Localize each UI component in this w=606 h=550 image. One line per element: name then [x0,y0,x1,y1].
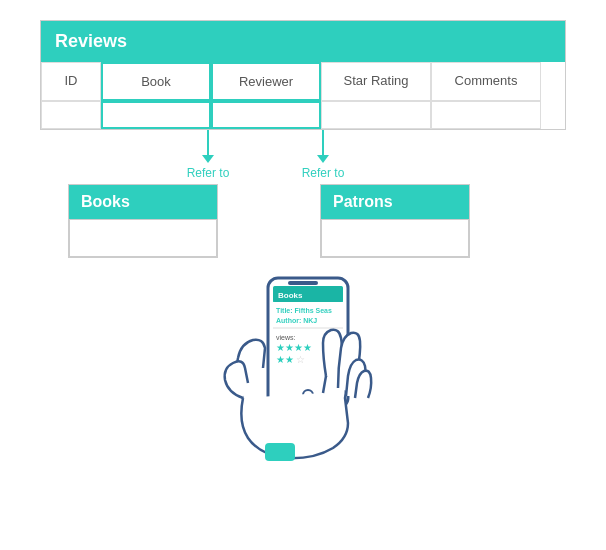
col-reviewer: Reviewer [211,62,321,101]
hand-phone-illustration: Books Title: Fifths Seas Author: NKJ vie… [183,268,423,468]
svg-text:☆: ☆ [296,354,305,365]
svg-text:Author: NKJ: Author: NKJ [276,317,317,324]
books-table: Books [68,184,218,258]
reviewer-arrow-group: Refer to [248,130,398,180]
svg-rect-14 [265,443,295,461]
book-refer-to-label: Refer to [187,166,230,180]
book-arrow-line [207,130,209,155]
col-star-rating: Star Rating [321,62,431,101]
patrons-table: Patrons [320,184,470,258]
phone-illustration-section: Books Title: Fifths Seas Author: NKJ vie… [40,268,566,468]
reviews-table: Reviews ID Book Reviewer Star Rating Com… [40,20,566,130]
svg-text:Books: Books [278,291,303,300]
data-row-1 [41,101,565,129]
cell-star [321,101,431,129]
books-table-header: Books [69,185,217,219]
svg-text:views:: views: [276,334,296,341]
cell-reviewer [211,101,321,129]
book-arrow-head [202,155,214,163]
svg-rect-2 [288,281,318,285]
columns-row: ID Book Reviewer Star Rating Comments [41,62,565,101]
col-id: ID [41,62,101,101]
reviews-table-header: Reviews [41,21,565,62]
reviewer-refer-to-label: Refer to [302,166,345,180]
svg-text:★★: ★★ [276,354,294,365]
svg-text:Title: Fifths Seas: Title: Fifths Seas [276,307,332,314]
cell-book [101,101,211,129]
sub-tables-row: Books Patrons [40,184,566,258]
books-table-body [69,219,217,257]
reviewer-arrow-line [322,130,324,155]
reviewer-arrow-head [317,155,329,163]
main-container: Reviews ID Book Reviewer Star Rating Com… [0,0,606,488]
patrons-table-header: Patrons [321,185,469,219]
cell-id [41,101,101,129]
cell-comments [431,101,541,129]
svg-text:★★★★: ★★★★ [276,342,312,353]
col-comments: Comments [431,62,541,101]
col-book: Book [101,62,211,101]
patrons-table-body [321,219,469,257]
